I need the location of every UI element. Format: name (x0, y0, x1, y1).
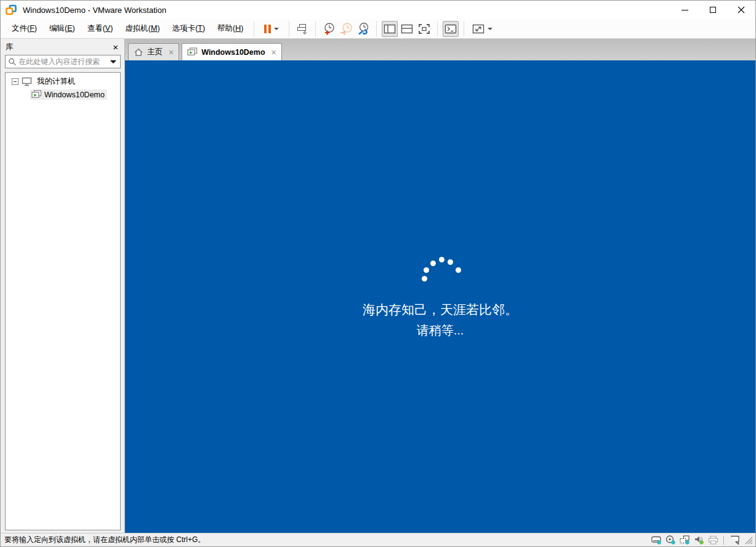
sound-status[interactable] (693, 535, 704, 546)
suspend-button[interactable] (259, 21, 284, 37)
manage-snapshots-button[interactable] (355, 21, 371, 37)
send-ctrl-alt-del-button[interactable] (294, 21, 310, 37)
status-separator (723, 536, 724, 545)
spinner-dot (422, 276, 427, 282)
vm-message-line1: 海内存知己，天涯若比邻。 (125, 301, 755, 318)
tree-item-label: Windows10Demo (44, 91, 105, 99)
library-title: 库 (6, 42, 14, 52)
spinner-dot (430, 261, 436, 266)
tree-item-label: 我的计算机 (35, 76, 78, 87)
show-thumbnail-bar-button[interactable] (399, 21, 415, 37)
tab-label: 主页 (147, 47, 163, 57)
toolbar-separator (289, 21, 289, 37)
message-log-button[interactable] (729, 535, 740, 546)
hard-disk-icon (651, 535, 662, 545)
device-status-icons (651, 535, 754, 546)
spinner-dot (448, 259, 453, 265)
chevron-down-icon (488, 28, 493, 30)
console-view-button[interactable] (443, 21, 459, 37)
library-header: 库 × (1, 39, 124, 54)
library-panel: 库 × (1, 39, 125, 533)
menu-view[interactable]: 查看(V) (81, 20, 119, 37)
main-area: 主页 × Windows10Demo × (125, 39, 755, 533)
menu-toolbar-row: 文件(F) 编辑(E) 查看(V) 虚拟机(M) 选项卡(T) 帮助(H) (1, 19, 755, 39)
toolbar-separator (464, 21, 464, 37)
menu-vm[interactable]: 虚拟机(M) (119, 20, 166, 37)
vm-running-icon (31, 90, 42, 99)
spinner-dot (439, 257, 444, 262)
vm-running-icon (187, 47, 198, 57)
keyboard-send-icon (296, 22, 309, 36)
clock-wrench-icon (356, 22, 370, 36)
window-controls (670, 1, 755, 19)
minimize-icon (682, 10, 688, 10)
search-dropdown-icon[interactable] (110, 60, 116, 63)
resize-grip-icon (744, 536, 753, 545)
revert-snapshot-button (338, 21, 354, 37)
vm-message-line2: 请稍等... (125, 322, 755, 339)
window-title: Windows10Demo - VMware Workstation (23, 6, 166, 15)
tab-strip: 主页 × Windows10Demo × (125, 39, 755, 60)
pause-icon (264, 25, 271, 33)
take-snapshot-button[interactable] (321, 21, 337, 37)
loading-spinner (416, 257, 465, 285)
library-search-box (5, 55, 121, 68)
message-log-icon (730, 535, 740, 545)
collapse-expander-icon[interactable] (12, 78, 18, 85)
tab-windows10demo[interactable]: Windows10Demo × (182, 43, 282, 60)
menu-tabs[interactable]: 选项卡(T) (166, 20, 211, 37)
vmware-workstation-window: Windows10Demo - VMware Workstation 文件(F)… (0, 0, 756, 547)
printer-icon (708, 535, 718, 545)
tab-close-icon[interactable]: × (169, 48, 174, 57)
maximize-icon (710, 7, 716, 13)
maximize-button[interactable] (699, 1, 727, 19)
network-icon (680, 535, 690, 545)
clock-revert-icon (339, 22, 353, 36)
status-message: 要将输入定向到该虚拟机，请在虚拟机内部单击或按 Ctrl+G。 (4, 535, 205, 545)
search-icon (8, 57, 16, 66)
menu-help[interactable]: 帮助(H) (211, 20, 249, 37)
home-icon (134, 47, 143, 57)
close-button[interactable] (727, 1, 755, 19)
cd-dvd-status[interactable] (665, 535, 676, 546)
window-body: 库 × (1, 39, 755, 533)
panel-left-icon (384, 23, 396, 34)
vm-console-screen[interactable]: 海内存知己，天涯若比邻。 请稍等... (125, 60, 755, 533)
vm-loading-area: 海内存知己，天涯若比邻。 请稍等... (125, 257, 755, 339)
printer-status (707, 535, 718, 546)
spinner-dot (456, 267, 461, 273)
resize-grip[interactable] (743, 535, 754, 546)
tree-item-windows10demo[interactable]: Windows10Demo (6, 88, 120, 101)
title-bar: Windows10Demo - VMware Workstation (1, 1, 755, 19)
menu-file[interactable]: 文件(F) (6, 20, 43, 37)
vmware-logo-icon (6, 4, 17, 15)
library-close-icon[interactable]: × (111, 43, 119, 52)
fullscreen-icon (418, 23, 430, 34)
tree-item-my-computer[interactable]: 我的计算机 (6, 75, 120, 88)
toolbar-separator (437, 21, 438, 37)
menu-edit[interactable]: 编辑(E) (43, 20, 81, 37)
minimize-button[interactable] (670, 1, 699, 19)
console-icon (444, 23, 457, 34)
tab-home[interactable]: 主页 × (128, 43, 179, 60)
computer-icon (22, 77, 32, 86)
chevron-down-icon (274, 28, 279, 30)
cd-icon (666, 535, 676, 545)
stretch-icon (472, 23, 485, 34)
show-library-button[interactable] (382, 21, 398, 37)
fullscreen-button[interactable] (416, 21, 432, 37)
panel-bottom-icon (401, 23, 413, 34)
status-bar: 要将输入定向到该虚拟机，请在虚拟机内部单击或按 Ctrl+G。 (1, 533, 755, 546)
clock-plus-icon (322, 22, 336, 36)
network-adapter-status[interactable] (679, 535, 690, 546)
stretch-guest-button[interactable] (469, 21, 495, 37)
tab-label: Windows10Demo (201, 48, 265, 57)
close-icon (738, 6, 745, 14)
speaker-icon (694, 535, 704, 545)
library-search-input[interactable] (18, 57, 109, 66)
hard-disk-status[interactable] (651, 535, 662, 546)
tab-close-icon[interactable]: × (271, 48, 276, 57)
toolbar-separator (376, 21, 377, 37)
toolbar-separator (254, 21, 254, 37)
library-tree: 我的计算机 Windows10Demo (5, 72, 121, 530)
